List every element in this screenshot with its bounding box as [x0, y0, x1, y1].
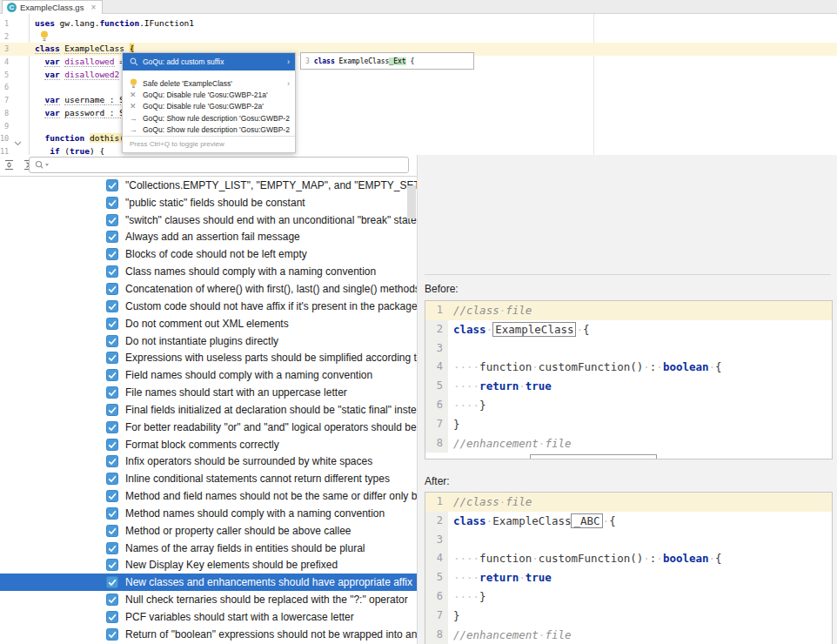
rule-label: Null check ternaries should be replaced …	[125, 594, 408, 606]
rule-row[interactable]: Concatenation of where() with first(), l…	[0, 280, 417, 298]
rule-row[interactable]: File names should start with an uppercas…	[0, 384, 417, 401]
checkbox-icon[interactable]	[106, 611, 118, 623]
checkbox-icon[interactable]	[106, 455, 118, 467]
rule-row[interactable]: New classes and enhancements should have…	[0, 574, 417, 591]
rule-row[interactable]: New Display Key elements should be prefi…	[0, 557, 417, 574]
checkbox-icon[interactable]	[106, 594, 118, 606]
rule-row[interactable]: Expressions with useless parts should be…	[0, 349, 417, 366]
checkbox-icon[interactable]	[106, 439, 118, 451]
rule-row[interactable]: For better readability "or" and "and" lo…	[0, 419, 417, 436]
checkbox-icon[interactable]	[106, 628, 118, 641]
checkbox-icon[interactable]	[106, 473, 118, 485]
rule-row[interactable]: "public static" fields should be constan…	[0, 194, 417, 211]
menu-item[interactable]: ✕GoQu: Disable rule 'Gosu:GWBP-21a'	[123, 89, 295, 100]
checkbox-icon[interactable]	[106, 179, 118, 191]
checkbox-icon[interactable]	[106, 197, 118, 209]
line-number: 2	[0, 30, 9, 44]
rule-row[interactable]: Method names should comply with a naming…	[0, 505, 417, 522]
rule-label: Blocks of code should not be left empty	[125, 248, 307, 260]
rule-row[interactable]: Do not comment out XML elements	[0, 315, 417, 332]
checkbox-icon[interactable]	[106, 231, 118, 243]
preview-code-line: 6····}	[425, 396, 832, 415]
checkbox-icon[interactable]	[106, 369, 118, 381]
popup-menu-items: GoQu: add custom suffix›Safe delete 'Exa…	[123, 53, 295, 136]
rule-label: Class names should comply with a naming …	[125, 265, 376, 278]
rule-row[interactable]: Inline conditional statements cannot ret…	[0, 470, 417, 487]
rule-row[interactable]: PCF variables should start with a lowerc…	[0, 608, 417, 626]
checkbox-icon[interactable]	[106, 248, 118, 260]
rule-label: Expressions with useless parts should be…	[125, 352, 417, 364]
checkbox-icon[interactable]	[106, 490, 118, 502]
tab-close-icon[interactable]: ×	[90, 3, 96, 12]
rule-row[interactable]: Names of the array fields in entities sh…	[0, 540, 417, 557]
rule-row[interactable]: Null check ternaries should be replaced …	[0, 591, 417, 608]
checkbox-icon[interactable]	[106, 283, 118, 295]
menu-item[interactable]: GoQu: add custom suffix›	[123, 53, 295, 70]
bulb-icon	[130, 78, 143, 89]
checkbox-icon[interactable]	[106, 214, 118, 226]
rule-row[interactable]: Class names should comply with a naming …	[0, 263, 417, 280]
line-number: 8	[425, 626, 448, 644]
rule-row[interactable]: Format block comments correctly	[0, 436, 417, 453]
filter-searchbox[interactable]	[29, 157, 409, 173]
rule-label: Inline conditional statements cannot ret…	[125, 473, 390, 485]
rule-row[interactable]: Final fields initialized at declaration …	[0, 401, 417, 419]
checkbox-icon[interactable]	[106, 352, 118, 364]
rule-row[interactable]: Field names should comply with a naming …	[0, 366, 417, 384]
checkbox-icon[interactable]	[106, 542, 118, 554]
line-number: 2	[425, 512, 448, 531]
line-number: 6	[0, 81, 9, 94]
editor-line[interactable]: 1uses gw.lang.function.IFunction1	[0, 17, 837, 30]
checkbox-icon[interactable]	[106, 318, 118, 330]
line-number: 8	[425, 434, 448, 453]
checkbox-icon[interactable]	[106, 265, 118, 278]
rule-row[interactable]: "Collections.EMPTY_LIST", "EMPTY_MAP", a…	[0, 177, 417, 194]
checkbox-icon[interactable]	[106, 300, 118, 312]
checkbox-icon[interactable]	[106, 559, 118, 571]
rule-row[interactable]: Return of "boolean" expressions should n…	[0, 626, 417, 643]
rule-label: Concatenation of where() with first(), l…	[125, 283, 417, 295]
checkbox-icon[interactable]	[106, 421, 118, 433]
inspection-filter-input[interactable]	[50, 158, 408, 171]
menu-item[interactable]: →GoQu: Show rule description 'Gosu:GWBP-…	[123, 124, 295, 136]
checkbox-icon[interactable]	[106, 576, 118, 588]
line-number: 8	[0, 107, 9, 120]
rule-row[interactable]: Do not instantiate plugins directly	[0, 332, 417, 350]
rule-label: Method and field names should not be the…	[125, 490, 417, 502]
rule-row[interactable]: Infix operators should be surrounded by …	[0, 453, 417, 471]
line-number: 5	[425, 568, 448, 587]
intention-preview-box: 3 class ExampleClass_Ext {	[300, 52, 474, 70]
search-icon	[35, 158, 50, 173]
menu-item[interactable]: ✕GoQu: Disable rule 'Gosu:GWBP-2a'	[123, 101, 295, 112]
checkbox-icon[interactable]	[106, 507, 118, 520]
rule-label: "public static" fields should be constan…	[125, 197, 305, 209]
rule-label: Infix operators should be surrounded by …	[125, 455, 372, 467]
list-scrollbar-thumb[interactable]	[407, 185, 416, 218]
rule-row[interactable]: "switch" clauses should end with an unco…	[0, 211, 417, 229]
checkbox-icon[interactable]	[106, 525, 118, 537]
submenu-arrow-icon: ›	[287, 57, 290, 66]
expand-all-icon[interactable]	[3, 158, 16, 171]
line-number: 1	[0, 17, 9, 30]
rule-row[interactable]: Method and field names should not be the…	[0, 487, 417, 505]
rule-label: Method names should comply with a naming…	[125, 507, 385, 520]
rule-row[interactable]: Always add an assertion fail message	[0, 229, 417, 246]
rule-label: New Display Key elements should be prefi…	[125, 559, 338, 571]
rule-row[interactable]: Custom code should not have affix if it'…	[0, 298, 417, 315]
checkbox-icon[interactable]	[106, 335, 118, 347]
menu-item[interactable]: Safe delete 'ExampleClass'›	[123, 77, 295, 89]
before-code-preview: 1//class·file2class·ExampleClass·{34····…	[425, 300, 833, 460]
rule-row[interactable]: Blocks of code should not be left empty	[0, 245, 417, 263]
editor-line[interactable]: 2	[0, 30, 837, 44]
menu-item-label: GoQu: Disable rule 'Gosu:GWBP-21a'	[143, 91, 290, 99]
rule-label: Format block comments correctly	[125, 439, 279, 451]
preview-code-line: 4····function·customFunction()·:·boolean…	[425, 549, 832, 568]
line-number: 7	[425, 607, 448, 626]
menu-item[interactable]: →GoQu: Show rule description 'Gosu:GWBP-…	[123, 112, 295, 124]
tab-exampleclass[interactable]: C ExampleClass.gs ×	[2, 0, 103, 14]
preview-code-line: 4····function·customFunction()·:·boolean…	[425, 358, 832, 377]
rule-label: File names should start with an uppercas…	[125, 386, 347, 399]
rule-row[interactable]: Method or property caller should be abov…	[0, 522, 417, 540]
checkbox-icon[interactable]	[106, 404, 118, 416]
checkbox-icon[interactable]	[106, 386, 118, 399]
